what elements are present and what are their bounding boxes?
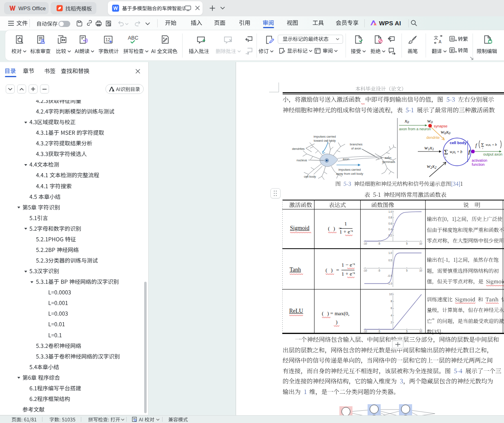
svg-text:axon: axon: [343, 157, 349, 161]
svg-text:-10: -10: [363, 242, 367, 245]
svg-text:10: 10: [419, 269, 422, 272]
svg-text:impulses carried: impulses carried: [314, 135, 336, 138]
svg-text:axon from a neuron: axon from a neuron: [399, 127, 431, 131]
svg-text:10: 10: [419, 242, 422, 245]
svg-text:5: 5: [406, 269, 408, 272]
svg-text:i: i: [445, 156, 446, 159]
svg-text:cell body: cell body: [304, 175, 316, 178]
svg-text:6: 6: [390, 307, 392, 309]
svg-text:-10: -10: [363, 269, 367, 272]
svg-text:output axon: output axon: [483, 152, 502, 156]
svg-text:0.8: 0.8: [388, 216, 392, 219]
svg-text:-5: -5: [378, 330, 380, 333]
svg-text:4: 4: [390, 314, 392, 317]
svg-text:wixi + b: wixi + b: [450, 150, 462, 155]
svg-text:x0: x0: [404, 118, 409, 124]
svg-text:w1x1: w1x1: [424, 145, 434, 151]
svg-text:terminals: terminals: [382, 160, 395, 164]
svg-text:-10: -10: [363, 330, 367, 333]
svg-text:-5: -5: [378, 269, 380, 272]
svg-text:5: 5: [406, 242, 408, 245]
svg-text:1.0: 1.0: [388, 252, 392, 254]
svg-text:activation: activation: [472, 158, 487, 163]
svg-text:toward cell body: toward cell body: [314, 139, 336, 142]
svg-text:12: 12: [105, 37, 110, 42]
svg-text:10: 10: [389, 293, 392, 296]
svg-text:dendrites: dendrites: [292, 147, 305, 151]
svg-text:axon: axon: [385, 156, 391, 160]
svg-text:-5: -5: [378, 242, 380, 245]
svg-text:2: 2: [390, 321, 392, 324]
svg-text:ABC: ABC: [128, 35, 138, 41]
svg-text:0.5: 0.5: [388, 259, 392, 262]
svg-text:dendrite: dendrite: [426, 136, 440, 140]
svg-text:8: 8: [390, 300, 392, 303]
svg-text:nucleus: nucleus: [297, 158, 307, 162]
svg-text:branches: branches: [350, 142, 363, 146]
svg-text:w2x2: w2x2: [427, 163, 437, 169]
svg-text:away from cell body: away from cell body: [336, 172, 364, 176]
svg-text:w0: w0: [427, 118, 433, 124]
svg-text:wixi + b: wixi + b: [486, 142, 497, 147]
svg-text:impulses carried: impulses carried: [339, 168, 361, 171]
svg-text:function: function: [472, 163, 485, 167]
svg-text:5: 5: [406, 330, 408, 333]
svg-text:w0x0: w0x0: [441, 129, 450, 135]
svg-text:synapse: synapse: [434, 124, 448, 128]
svg-text:0.4: 0.4: [388, 228, 392, 231]
svg-text:Σ: Σ: [444, 148, 448, 156]
svg-text:A: A: [439, 40, 442, 44]
svg-text:10: 10: [419, 330, 422, 333]
svg-text:of axon: of axon: [351, 147, 361, 150]
svg-text:1.0: 1.0: [388, 210, 392, 213]
svg-text:cell body: cell body: [450, 140, 467, 145]
svg-text:f: f: [475, 142, 477, 148]
svg-text:0.6: 0.6: [388, 222, 392, 225]
